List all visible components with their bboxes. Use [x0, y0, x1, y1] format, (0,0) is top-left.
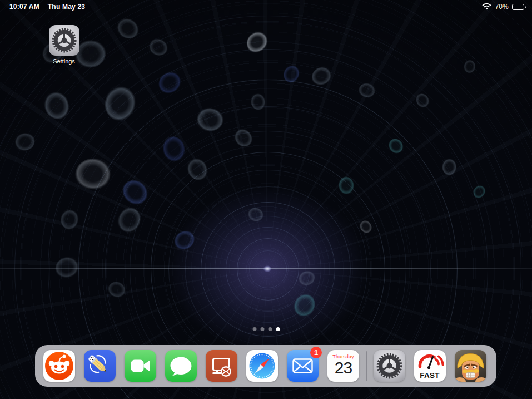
dock-app-messages[interactable]	[165, 350, 197, 382]
facetime-video-icon	[125, 350, 156, 382]
calendar-icon: Thursday 23	[327, 350, 359, 382]
home-app-label: Settings	[48, 58, 79, 65]
dock-app-reddit[interactable]	[43, 350, 75, 382]
status-bar: 10:07 AM Thu May 23 70%	[0, 0, 532, 12]
wifi-icon	[482, 3, 491, 11]
dock-app-fast[interactable]: FAST	[414, 350, 446, 382]
battery-nub	[525, 6, 526, 9]
clash-of-clans-barbarian-icon	[455, 350, 486, 382]
page-dot[interactable]	[276, 327, 280, 331]
dock-app-notability[interactable]	[84, 350, 116, 382]
home-app-settings[interactable]: Settings	[48, 25, 79, 65]
dock: 1 Thursday 23	[35, 345, 496, 387]
notability-pencil-icon	[84, 350, 116, 382]
page-dot[interactable]	[260, 327, 264, 331]
dock-app-facetime[interactable]	[125, 350, 156, 382]
mail-badge: 1	[310, 347, 322, 358]
fast-speedtest-icon: FAST	[414, 350, 446, 382]
dock-app-safari[interactable]	[246, 350, 278, 382]
clock: 10:07 AM	[9, 3, 39, 11]
dock-app-mail[interactable]: 1	[287, 350, 319, 382]
remote-desktop-monitor-icon	[206, 350, 237, 382]
fast-label: FAST	[414, 371, 446, 380]
page-dots[interactable]	[252, 327, 280, 331]
dock-divider	[366, 351, 367, 381]
settings-gear-icon	[374, 350, 405, 382]
wallpaper-vignette	[0, 0, 532, 399]
page-dot[interactable]	[252, 327, 256, 331]
date: Thu May 23	[48, 3, 85, 11]
settings-gear-icon	[49, 25, 79, 56]
page-dot[interactable]	[268, 327, 272, 331]
battery-icon	[512, 4, 524, 10]
safari-compass-icon	[246, 350, 278, 382]
dock-app-remote-desktop[interactable]	[206, 350, 237, 382]
dock-app-calendar[interactable]: Thursday 23	[327, 350, 359, 382]
messages-bubble-icon	[165, 350, 197, 382]
wallpaper	[0, 0, 532, 399]
battery-percent: 70%	[495, 3, 509, 11]
dock-app-settings[interactable]	[374, 350, 405, 382]
calendar-day: 23	[335, 359, 352, 376]
reddit-snoo-icon	[43, 350, 75, 382]
dock-app-clash-of-clans[interactable]	[455, 350, 486, 382]
